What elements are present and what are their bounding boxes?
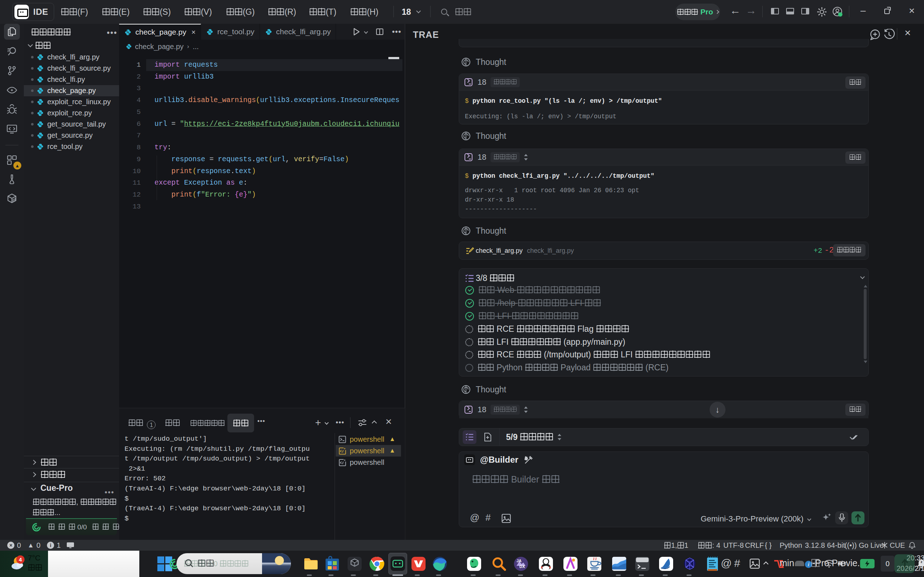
- svg-text:JA: JA: [517, 559, 522, 563]
- svg-text:z: z: [921, 560, 922, 564]
- svg-text:DX: DX: [519, 564, 525, 569]
